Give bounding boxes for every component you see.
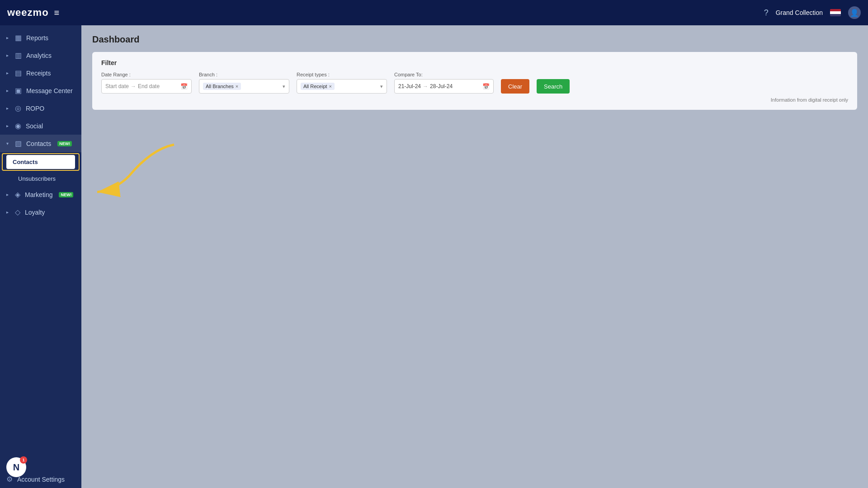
avatar[interactable]: 👤 <box>848 6 861 19</box>
chevron-icon: ▸ <box>6 53 9 58</box>
branch-select[interactable]: All Branches × ▾ <box>199 79 289 94</box>
chevron-icon: ▸ <box>6 106 9 111</box>
sidebar-label-loyalty: Loyalty <box>25 209 45 216</box>
navbar: weezmo ≡ ? Grand Collection 👤 <box>0 0 868 25</box>
branch-tag-close[interactable]: × <box>236 84 238 89</box>
sidebar-item-receipts[interactable]: ▸ ▤ Receipts <box>0 64 81 82</box>
flag-icon <box>830 9 841 16</box>
filter-card: Filter Date Range : Start date → End dat… <box>92 52 857 110</box>
sidebar-item-loyalty[interactable]: ▸ ◇ Loyalty <box>0 203 81 221</box>
main-content: Dashboard Filter Date Range : Start date… <box>81 25 868 488</box>
filter-group-compare-to: Compare To: 21-Jul-24 → 28-Jul-24 📅 <box>394 72 494 94</box>
sidebar-label-social: Social <box>26 122 43 130</box>
chevron-icon: ▸ <box>6 70 9 75</box>
sidebar: ▸ ▦ Reports ▸ ▥ Analytics ▸ ▤ Receipts ▸… <box>0 25 81 488</box>
filter-row: Date Range : Start date → End date 📅 Bra… <box>101 72 848 94</box>
compare-calendar-icon[interactable]: 📅 <box>482 83 490 90</box>
compare-to-label: Compare To: <box>394 72 494 77</box>
date-range-label: Date Range : <box>101 72 192 77</box>
sidebar-item-social[interactable]: ▸ ◉ Social <box>0 117 81 135</box>
company-name: Grand Collection <box>776 9 823 16</box>
layout: ▸ ▦ Reports ▸ ▥ Analytics ▸ ▤ Receipts ▸… <box>0 0 868 488</box>
receipt-tag-close[interactable]: × <box>329 84 332 89</box>
date-arrow-icon: → <box>131 83 136 89</box>
clear-button[interactable]: Clear <box>501 79 529 94</box>
sidebar-item-contacts[interactable]: ▾ ▧ Contacts NEW! <box>0 135 81 152</box>
message-center-icon: ▣ <box>15 86 22 95</box>
filter-title: Filter <box>101 59 848 66</box>
marketing-badge: NEW! <box>59 192 73 197</box>
chevron-icon: ▸ <box>6 35 9 40</box>
sidebar-item-message-center[interactable]: ▸ ▣ Message Center <box>0 82 81 99</box>
ropo-icon: ◎ <box>15 104 21 113</box>
sidebar-label-analytics: Analytics <box>26 52 52 59</box>
receipts-icon: ▤ <box>15 69 22 77</box>
filter-group-branch: Branch : All Branches × ▾ <box>199 72 289 94</box>
filter-note: Information from digital receipt only <box>101 97 848 103</box>
sidebar-label-marketing: Marketing <box>25 191 52 198</box>
branch-chevron-down-icon: ▾ <box>283 84 285 89</box>
page-title: Dashboard <box>92 34 857 45</box>
date-range-input[interactable]: Start date → End date 📅 <box>101 79 192 94</box>
sidebar-subitem-contacts[interactable]: Contacts <box>6 155 75 169</box>
social-icon: ◉ <box>15 122 21 130</box>
help-icon[interactable]: ? <box>764 8 769 18</box>
chevron-icon: ▸ <box>6 88 9 93</box>
filter-group-date-range: Date Range : Start date → End date 📅 <box>101 72 192 94</box>
receipt-chevron-down-icon: ▾ <box>380 84 383 89</box>
sidebar-item-analytics[interactable]: ▸ ▥ Analytics <box>0 47 81 64</box>
logo: weezmo <box>7 7 49 19</box>
sidebar-item-marketing[interactable]: ▸ ◈ Marketing NEW! <box>0 186 81 203</box>
sidebar-item-ropo[interactable]: ▸ ◎ ROPO <box>0 99 81 117</box>
notif-label: N <box>13 462 19 473</box>
branch-label: Branch : <box>199 72 289 77</box>
notif-count-badge: 1 <box>20 456 27 464</box>
start-date-placeholder: Start date <box>105 83 129 89</box>
compare-arrow-icon: → <box>423 83 428 89</box>
compare-from-value: 21-Jul-24 <box>398 83 421 89</box>
sidebar-label-receipts: Receipts <box>26 70 51 77</box>
notification-icon[interactable]: N 1 <box>6 457 26 477</box>
reports-icon: ▦ <box>15 33 22 42</box>
chevron-icon: ▸ <box>6 192 9 197</box>
end-date-placeholder: End date <box>138 83 160 89</box>
sidebar-label-message-center: Message Center <box>26 87 73 94</box>
loyalty-icon: ◇ <box>15 208 20 216</box>
calendar-icon[interactable]: 📅 <box>180 83 188 90</box>
contacts-highlight-box: Contacts <box>2 153 80 171</box>
marketing-icon: ◈ <box>15 190 20 199</box>
sidebar-item-reports[interactable]: ▸ ▦ Reports <box>0 29 81 47</box>
chevron-icon: ▸ <box>6 123 9 128</box>
subitem-contacts-label: Contacts <box>13 159 38 165</box>
compare-to-input[interactable]: 21-Jul-24 → 28-Jul-24 📅 <box>394 79 494 94</box>
sidebar-subitem-unsubscribers[interactable]: Unsubscribers <box>0 172 81 186</box>
sidebar-label-reports: Reports <box>26 34 48 42</box>
contacts-icon: ▧ <box>15 139 22 148</box>
sidebar-label-ropo: ROPO <box>26 105 44 112</box>
receipt-types-select[interactable]: All Receipt × ▾ <box>297 79 387 94</box>
subitem-unsubscribers-label: Unsubscribers <box>18 175 56 182</box>
receipt-tag-value: All Receipt <box>303 84 327 89</box>
sidebar-label-contacts: Contacts <box>26 140 51 147</box>
receipt-types-label: Receipt types : <box>297 72 387 77</box>
chevron-icon: ▸ <box>6 210 9 215</box>
navbar-right: ? Grand Collection 👤 <box>764 6 861 19</box>
search-button[interactable]: Search <box>537 79 570 94</box>
branch-tag-value: All Branches <box>206 84 234 89</box>
hamburger-icon[interactable]: ≡ <box>54 8 60 18</box>
notification-area: N 1 <box>6 457 26 477</box>
chevron-icon: ▾ <box>6 141 9 146</box>
compare-to-value: 28-Jul-24 <box>430 83 453 89</box>
filter-group-receipt-types: Receipt types : All Receipt × ▾ <box>297 72 387 94</box>
branch-tag: All Branches × <box>203 83 241 90</box>
analytics-icon: ▥ <box>15 51 22 60</box>
contacts-badge: NEW! <box>57 141 72 146</box>
receipt-tag: All Receipt × <box>301 83 335 90</box>
